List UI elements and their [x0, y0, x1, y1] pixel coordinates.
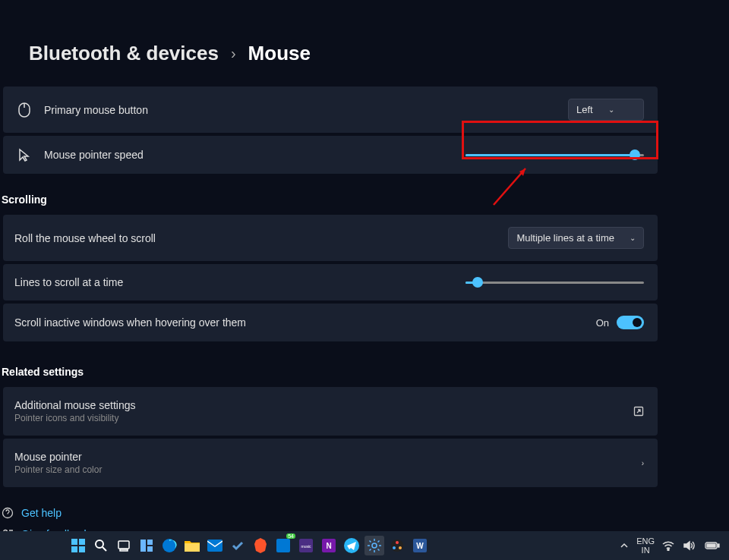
language-indicator[interactable]: ENG IN — [636, 536, 655, 555]
svg-rect-20 — [207, 540, 222, 552]
svg-rect-14 — [120, 549, 128, 551]
primary-button-value: Left — [576, 104, 593, 115]
onenote-icon[interactable]: N — [319, 536, 339, 555]
svg-rect-36 — [718, 544, 719, 547]
task-view-icon[interactable] — [114, 536, 134, 555]
breadcrumb: Bluetooth & devices › Mouse — [0, 0, 729, 87]
edge-icon[interactable] — [159, 536, 179, 555]
pointer-speed-row: Mouse pointer speed — [3, 136, 658, 174]
svg-rect-7 — [71, 539, 77, 545]
chevron-down-icon: ⌄ — [630, 234, 636, 242]
svg-text:N: N — [326, 542, 331, 550]
scroll-wheel-row: Roll the mouse wheel to scroll Multiple … — [3, 215, 658, 261]
page-title: Mouse — [248, 42, 311, 65]
scroll-wheel-label: Roll the mouse wheel to scroll — [14, 232, 508, 244]
mouse-pointer-sub: Pointer size and color — [14, 464, 102, 475]
taskbar: 54 music N W ENG IN — [0, 531, 729, 560]
section-related: Related settings — [0, 344, 729, 387]
app-icon[interactable]: 54 — [273, 536, 293, 555]
tray-expand-icon[interactable] — [618, 540, 630, 552]
svg-rect-10 — [79, 546, 85, 552]
scroll-wheel-value: Multiple lines at a time — [516, 232, 614, 244]
mouse-icon — [17, 102, 32, 118]
svg-text:W: W — [416, 542, 424, 550]
additional-settings-title: Additional mouse settings — [14, 399, 136, 411]
badge-count: 54 — [286, 533, 295, 539]
svg-point-27 — [372, 543, 377, 548]
inactive-scroll-row: Scroll inactive windows when hovering ov… — [3, 304, 658, 341]
external-link-icon — [633, 406, 644, 417]
scroll-wheel-dropdown[interactable]: Multiple lines at a time ⌄ — [508, 227, 644, 249]
inactive-scroll-toggle[interactable] — [617, 316, 644, 329]
mouse-pointer-title: Mouse pointer — [14, 451, 102, 463]
svg-point-30 — [393, 546, 396, 549]
svg-rect-21 — [276, 539, 290, 552]
primary-button-label: Primary mouse button — [44, 104, 568, 116]
pointer-speed-slider[interactable] — [465, 154, 644, 156]
pointer-speed-label: Mouse pointer speed — [44, 149, 465, 161]
svg-rect-16 — [147, 540, 153, 545]
todo-icon[interactable] — [228, 536, 248, 555]
widgets-icon[interactable] — [137, 536, 156, 555]
svg-line-12 — [103, 547, 106, 551]
word-icon[interactable]: W — [410, 536, 430, 555]
svg-rect-8 — [79, 539, 85, 545]
svg-rect-9 — [71, 546, 77, 552]
svg-point-11 — [96, 540, 103, 548]
svg-point-31 — [399, 546, 402, 549]
svg-rect-19 — [185, 543, 200, 552]
svg-rect-13 — [118, 541, 129, 549]
help-icon — [2, 507, 14, 519]
lines-scroll-label: Lines to scroll at a time — [14, 276, 465, 288]
start-button[interactable] — [68, 536, 88, 555]
lines-scroll-row: Lines to scroll at a time — [3, 264, 658, 300]
section-scrolling: Scrolling — [0, 177, 729, 215]
inactive-scroll-label: Scroll inactive windows when hovering ov… — [14, 316, 596, 329]
resolve-icon[interactable] — [387, 536, 407, 555]
chevron-right-icon: › — [642, 459, 644, 467]
svg-rect-37 — [707, 544, 715, 547]
chevron-down-icon: ⌄ — [608, 105, 614, 114]
primary-button-dropdown[interactable]: Left ⌄ — [568, 99, 644, 121]
svg-point-29 — [396, 541, 399, 544]
get-help-label: Get help — [21, 507, 62, 519]
svg-point-34 — [667, 549, 669, 551]
mouse-pointer-row[interactable]: Mouse pointer Pointer size and color › — [3, 439, 658, 487]
additional-settings-row[interactable]: Additional mouse settings Pointer icons … — [3, 387, 658, 436]
battery-icon[interactable] — [703, 540, 721, 552]
cursor-icon — [17, 148, 32, 162]
volume-icon[interactable] — [682, 539, 697, 552]
telegram-icon[interactable] — [342, 536, 361, 555]
brave-icon[interactable] — [251, 536, 270, 555]
chevron-right-icon: › — [231, 45, 236, 62]
lines-scroll-slider[interactable] — [465, 282, 644, 284]
settings-icon[interactable] — [364, 536, 384, 555]
get-help-link[interactable]: Get help — [0, 501, 729, 519]
wifi-icon[interactable] — [661, 539, 676, 552]
svg-text:music: music — [301, 544, 311, 549]
file-explorer-icon[interactable] — [182, 536, 202, 555]
svg-rect-15 — [140, 540, 146, 552]
svg-rect-17 — [147, 546, 153, 552]
search-icon[interactable] — [91, 536, 111, 555]
toggle-state-text: On — [596, 317, 609, 329]
toggle-knob — [633, 318, 642, 327]
breadcrumb-parent[interactable]: Bluetooth & devices — [29, 42, 219, 65]
mail-icon[interactable] — [205, 536, 225, 555]
additional-settings-sub: Pointer icons and visibility — [14, 413, 136, 423]
primary-button-row: Primary mouse button Left ⌄ — [3, 87, 658, 133]
amazon-music-icon[interactable]: music — [296, 536, 316, 555]
